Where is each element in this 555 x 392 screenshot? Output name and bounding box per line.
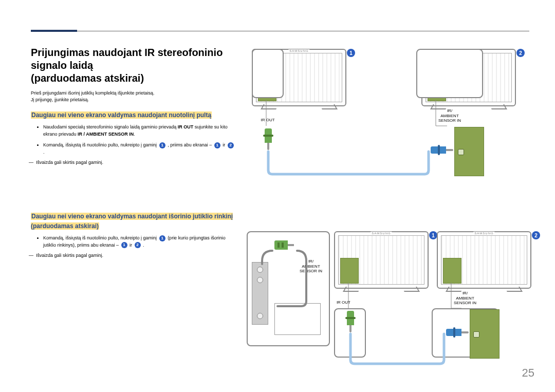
label-ir-out: IR OUT — [252, 118, 284, 123]
section2-bullets: Komandą, išsiųstą iš nuotolinio pulto, n… — [31, 235, 236, 249]
side-panel-b — [470, 309, 499, 359]
plug-green-icon — [265, 128, 272, 154]
title-line-1: Prijungimas naudojant IR stereofoninio — [31, 47, 223, 58]
tv-1-b: SAMSUNG — [334, 231, 429, 289]
tv-stand — [401, 287, 420, 292]
ir-receiver-panel — [252, 262, 268, 325]
samsung-logo: SAMSUNG — [288, 49, 309, 52]
plug-green-icon — [347, 311, 354, 337]
tv-io-panel — [340, 258, 359, 284]
plug-blue-icon — [431, 146, 456, 154]
callout-1-icon: 1 — [347, 49, 355, 57]
sensor-module-icon — [274, 303, 321, 335]
left-column: Prijungimas naudojant IR stereofoninio s… — [31, 46, 236, 258]
samsung-logo: SAMSUNG — [371, 232, 392, 235]
tv-2-b: SAMSUNG — [437, 231, 531, 289]
page-title: Prijungimas naudojant IR stereofoninio s… — [31, 46, 236, 85]
label-ext-sensor-in: IR/AMBIENTSENSOR IN — [293, 259, 329, 274]
section2-heading: Daugiau nei vieno ekrano valdymas naudoj… — [31, 213, 233, 230]
s1-bullet-2: Komandą, išsiųstą iš nuotolinio pulto, n… — [43, 142, 236, 156]
title-line-2: signalo laidą — [31, 60, 93, 71]
tv-frame: SAMSUNG — [437, 231, 531, 289]
label-ir-out-b: IR OUT — [319, 300, 350, 305]
circle-1-icon: 1 — [159, 142, 165, 148]
circle-1-icon: 1 — [214, 142, 220, 148]
circle-2-icon: 2 — [135, 242, 141, 248]
section2-heading-block: Daugiau nei vieno ekrano valdymas naudoj… — [31, 211, 236, 231]
circle-1-icon: 1 — [121, 242, 127, 248]
ext-plug-green-icon — [274, 240, 295, 250]
section2-note: ―Išvaizda gali skirtis pagal gaminį. — [31, 253, 236, 258]
jack-box-sensor-in — [416, 49, 483, 98]
tv-stand — [504, 287, 523, 292]
accent-bar — [31, 30, 77, 32]
circle-1-icon: 1 — [159, 235, 165, 241]
section1-heading: Daugiau nei vieno ekrano valdymas naudoj… — [31, 111, 212, 119]
section1-heading-block: Daugiau nei vieno ekrano valdymas naudoj… — [31, 110, 236, 120]
circle-2-icon: 2 — [228, 142, 234, 148]
diagram-top: SAMSUNG 1 SAMSUNG 2 IR OUT IR/AMBIENTS — [252, 49, 529, 177]
tv-stand — [261, 104, 279, 109]
diagram-bottom: SAMSUNG 1 SAMSUNG 2 IR/AMBIENTSENSOR — [252, 231, 529, 365]
callout-1-icon: 1 — [429, 231, 437, 239]
section1-bullets: Naudodami specialų stereofoninio signalo… — [31, 124, 236, 156]
samsung-logo: SAMSUNG — [473, 232, 494, 235]
callout-2-icon: 2 — [532, 231, 540, 239]
callout-2-icon: 2 — [516, 49, 525, 57]
label-ir-ambient-b: IR/AMBIENTSENSOR IN — [432, 291, 498, 306]
tv-stand — [319, 104, 338, 109]
tv-frame: SAMSUNG — [334, 231, 429, 289]
title-line-3: (parduodamas atskirai) — [31, 72, 144, 84]
s2-bullet-1: Komandą, išsiųstą iš nuotolinio pulto, n… — [43, 235, 236, 249]
label-ir-ambient: IR/AMBIENTSENSOR IN — [416, 108, 483, 123]
tv-stand — [343, 287, 361, 292]
section1-note: ―Išvaizda gali skirtis pagal gaminį. — [31, 160, 236, 165]
intro-p2: Jį prijungę, įjunkite prietaisą. — [31, 97, 89, 102]
tv-stand — [489, 104, 507, 109]
intro-p1: Prieš prijungdami išorinį jutiklių kompl… — [31, 90, 155, 96]
top-rule — [31, 31, 529, 31]
jack-box-ir-out — [252, 49, 284, 98]
intro-text: Prieš prijungdami išorinį jutiklių kompl… — [31, 90, 236, 103]
s1-bullet-1: Naudodami specialų stereofoninio signalo… — [43, 124, 236, 138]
page-number: 25 — [522, 366, 534, 380]
side-panel — [454, 127, 484, 176]
tv-io-panel — [443, 258, 461, 284]
plug-blue-icon — [446, 329, 472, 336]
